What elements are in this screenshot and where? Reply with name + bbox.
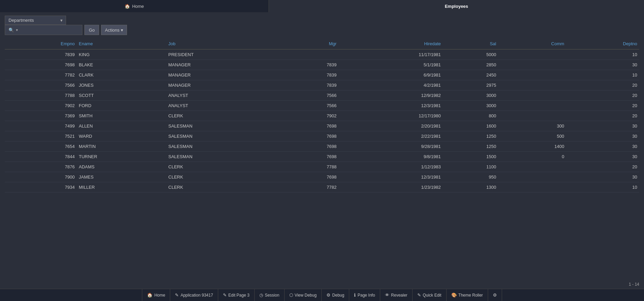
cell-comm xyxy=(498,49,566,60)
table-row[interactable]: 7782CLARKMANAGER78396/9/1981245010 xyxy=(5,70,639,80)
cell-comm xyxy=(498,182,566,193)
footer-revealer[interactable]: 👁 Revealer xyxy=(380,289,413,301)
cell-comm: 0 xyxy=(498,152,566,162)
footer-quick-edit-label: Quick Edit xyxy=(423,293,441,298)
cell-sal: 1250 xyxy=(443,131,498,141)
cell-comm: 1400 xyxy=(498,141,566,152)
table-row[interactable]: 7499ALLENSALESMAN76982/20/1981160030030 xyxy=(5,121,639,131)
quick-edit-icon: ✎ xyxy=(417,292,421,298)
departments-select[interactable]: Departments 10 - ACCOUNTING 20 - RESEARC… xyxy=(5,16,66,25)
cell-ename: SCOTT xyxy=(77,90,166,101)
cell-ename: SMITH xyxy=(77,111,166,121)
edit-page-icon: ✎ xyxy=(223,292,227,298)
cell-sal: 1500 xyxy=(443,152,498,162)
actions-label: Actions xyxy=(105,28,119,33)
cell-ename: MILLER xyxy=(77,182,166,193)
footer-view-debug[interactable]: ⬡ View Debug xyxy=(285,289,322,301)
table-row[interactable]: 7934MILLERCLERK77821/23/1982130010 xyxy=(5,182,639,193)
search-input[interactable] xyxy=(19,28,80,33)
search-input-group: 🔍 ▾ xyxy=(5,25,82,35)
footer-edit-page[interactable]: ✎ Edit Page 3 xyxy=(218,289,255,301)
cell-mgr: 7698 xyxy=(283,152,339,162)
top-nav: 🏠 Home Employees xyxy=(0,0,644,12)
footer-theme-roller[interactable]: 🎨 Theme Roller xyxy=(447,289,488,301)
table-row[interactable]: 7521WARDSALESMAN76982/22/1981125050030 xyxy=(5,131,639,141)
cell-comm: 500 xyxy=(498,131,566,141)
cell-deptno: 30 xyxy=(566,172,639,182)
footer-edit-page-label: Edit Page 3 xyxy=(228,293,249,298)
actions-button[interactable]: Actions ▾ xyxy=(101,25,127,35)
search-chevron-icon[interactable]: ▾ xyxy=(15,28,19,32)
cell-sal: 5000 xyxy=(443,49,498,60)
go-button[interactable]: Go xyxy=(84,25,99,35)
cell-deptno: 30 xyxy=(566,152,639,162)
cell-comm xyxy=(498,111,566,121)
cell-sal: 2975 xyxy=(443,80,498,90)
col-sal[interactable]: Sal xyxy=(443,38,498,49)
col-job[interactable]: Job xyxy=(166,38,283,49)
footer-page-info-label: Page Info xyxy=(357,293,375,298)
cell-hiredate: 2/20/1981 xyxy=(339,121,443,131)
cell-deptno: 20 xyxy=(566,101,639,111)
revealer-icon: 👁 xyxy=(385,292,389,298)
footer-application-label: Application 93417 xyxy=(180,293,213,298)
footer-debug[interactable]: ⚙ Debug xyxy=(322,289,349,301)
footer-settings[interactable]: ⚙ xyxy=(488,289,502,301)
cell-job: SALESMAN xyxy=(166,121,283,131)
cell-job: CLERK xyxy=(166,182,283,193)
cell-sal: 1300 xyxy=(443,182,498,193)
bottom-footer: 🏠 Home ✎ Application 93417 ✎ Edit Page 3… xyxy=(0,289,644,301)
cell-hiredate: 12/17/1980 xyxy=(339,111,443,121)
search-icon-button[interactable]: 🔍 xyxy=(7,28,15,33)
edit-icon: ✎ xyxy=(175,292,179,298)
cell-job: SALESMAN xyxy=(166,131,283,141)
cell-empno: 7521 xyxy=(5,131,77,141)
table-row[interactable]: 7844TURNERSALESMAN76989/8/19811500030 xyxy=(5,152,639,162)
table-row[interactable]: 7900JAMESCLERK769812/3/198195030 xyxy=(5,172,639,182)
cell-sal: 2850 xyxy=(443,60,498,70)
cell-sal: 950 xyxy=(443,172,498,182)
footer-session[interactable]: ◷ Session xyxy=(255,289,285,301)
table-row[interactable]: 7369SMITHCLERK790212/17/198080020 xyxy=(5,111,639,121)
cell-empno: 7876 xyxy=(5,162,77,172)
page-info-icon: ℹ xyxy=(354,292,356,298)
cell-mgr xyxy=(283,49,339,60)
actions-chevron-icon: ▾ xyxy=(121,28,123,33)
footer-quick-edit[interactable]: ✎ Quick Edit xyxy=(413,289,447,301)
cell-empno: 7369 xyxy=(5,111,77,121)
cell-ename: BLAKE xyxy=(77,60,166,70)
footer-session-label: Session xyxy=(265,293,279,298)
table-row[interactable]: 7698BLAKEMANAGER78395/1/1981285030 xyxy=(5,60,639,70)
footer-page-info[interactable]: ℹ Page Info xyxy=(349,289,380,301)
col-comm[interactable]: Comm xyxy=(498,38,566,49)
cell-mgr: 7698 xyxy=(283,131,339,141)
cell-empno: 7566 xyxy=(5,80,77,90)
footer-view-debug-label: View Debug xyxy=(295,293,317,298)
cell-comm: 300 xyxy=(498,121,566,131)
col-empno[interactable]: Empno xyxy=(5,38,77,49)
col-ename[interactable]: Ename xyxy=(77,38,166,49)
session-icon: ◷ xyxy=(259,292,263,298)
cell-empno: 7788 xyxy=(5,90,77,101)
cell-comm xyxy=(498,90,566,101)
col-mgr[interactable]: Mgr xyxy=(283,38,339,49)
footer-application[interactable]: ✎ Application 93417 xyxy=(170,289,218,301)
cell-hiredate: 11/17/1981 xyxy=(339,49,443,60)
table-row[interactable]: 7876ADAMSCLERK77881/12/1983110020 xyxy=(5,162,639,172)
col-hiredate[interactable]: Hiredate xyxy=(339,38,443,49)
cell-empno: 7844 xyxy=(5,152,77,162)
table-row[interactable]: 7654MARTINSALESMAN76989/28/1981125014003… xyxy=(5,141,639,152)
nav-employees-label: Employees xyxy=(445,4,468,9)
table-row[interactable]: 7902FORDANALYST756612/3/1981300020 xyxy=(5,101,639,111)
cell-job: ANALYST xyxy=(166,101,283,111)
table-row[interactable]: 7788SCOTTANALYST756612/9/1982300020 xyxy=(5,90,639,101)
footer-home[interactable]: 🏠 Home xyxy=(142,289,170,301)
cell-hiredate: 4/2/1981 xyxy=(339,80,443,90)
table-row[interactable]: 7839KINGPRESIDENT11/17/1981500010 xyxy=(5,49,639,60)
cell-job: ANALYST xyxy=(166,90,283,101)
nav-employees[interactable]: Employees xyxy=(269,0,644,12)
table-row[interactable]: 7566JONESMANAGER78394/2/1981297520 xyxy=(5,80,639,90)
nav-home[interactable]: 🏠 Home xyxy=(0,0,269,12)
pagination-text: 1 - 14 xyxy=(629,282,639,287)
col-deptno[interactable]: Deptno xyxy=(566,38,639,49)
